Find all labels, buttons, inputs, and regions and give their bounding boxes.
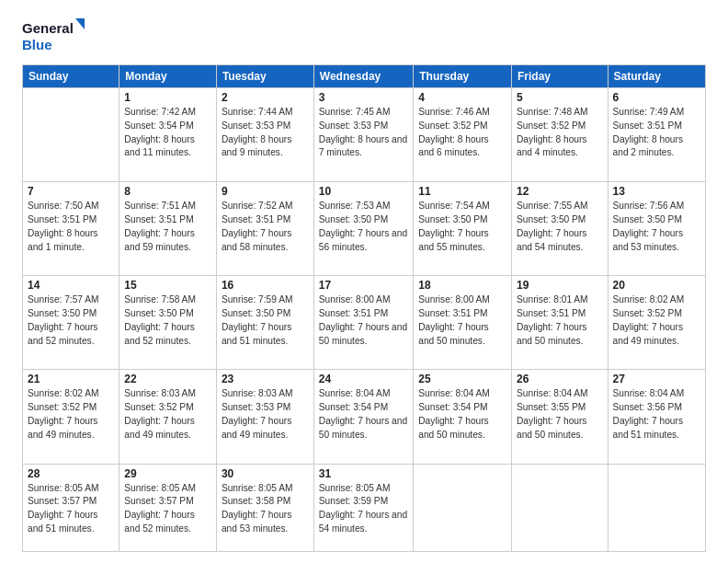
day-number: 3 [319,91,408,104]
week-row-4: 21Sunrise: 8:02 AMSunset: 3:52 PMDayligh… [23,370,706,464]
day-header-sunday: Sunday [23,65,119,88]
day-number: 19 [517,279,603,292]
calendar-cell [414,464,512,551]
logo: General Blue [22,17,86,57]
day-number: 31 [319,467,408,480]
svg-marker-1 [75,18,85,29]
day-info: Sunrise: 7:49 AMSunset: 3:51 PMDaylight:… [613,106,700,160]
day-header-saturday: Saturday [608,65,705,88]
header: General Blue [22,17,706,57]
day-info: Sunrise: 8:02 AMSunset: 3:52 PMDaylight:… [613,293,700,348]
day-info: Sunrise: 8:03 AMSunset: 3:52 PMDaylight:… [124,387,211,442]
day-info: Sunrise: 7:53 AMSunset: 3:50 PMDaylight:… [319,200,408,254]
calendar-cell [512,464,609,551]
day-info: Sunrise: 7:42 AMSunset: 3:54 PMDaylight:… [124,106,211,160]
day-info: Sunrise: 7:55 AMSunset: 3:50 PMDaylight:… [517,200,603,254]
calendar-cell: 16Sunrise: 7:59 AMSunset: 3:50 PMDayligh… [216,276,313,370]
day-header-tuesday: Tuesday [216,65,313,88]
day-info: Sunrise: 7:51 AMSunset: 3:51 PMDaylight:… [124,200,211,254]
day-info: Sunrise: 7:58 AMSunset: 3:50 PMDaylight:… [124,293,211,348]
day-number: 9 [222,185,309,198]
day-info: Sunrise: 7:48 AMSunset: 3:52 PMDaylight:… [517,106,603,160]
day-of-week-row: SundayMondayTuesdayWednesdayThursdayFrid… [23,65,706,88]
calendar-cell: 11Sunrise: 7:54 AMSunset: 3:50 PMDayligh… [414,182,512,276]
calendar-body: 1Sunrise: 7:42 AMSunset: 3:54 PMDaylight… [23,88,706,552]
day-number: 30 [222,467,309,480]
page: General Blue SundayMondayTuesdayWednesda… [0,0,728,563]
day-header-friday: Friday [512,65,609,88]
calendar-cell: 26Sunrise: 8:04 AMSunset: 3:55 PMDayligh… [512,370,609,464]
day-info: Sunrise: 7:57 AMSunset: 3:50 PMDaylight:… [28,293,114,348]
logo-svg: General Blue [22,17,86,57]
calendar-cell: 6Sunrise: 7:49 AMSunset: 3:51 PMDaylight… [608,88,705,182]
calendar-cell: 2Sunrise: 7:44 AMSunset: 3:53 PMDaylight… [216,88,313,182]
day-info: Sunrise: 8:00 AMSunset: 3:51 PMDaylight:… [418,293,506,348]
day-number: 18 [418,279,506,292]
day-number: 22 [124,373,211,385]
day-number: 25 [418,373,506,385]
svg-text:General: General [22,20,74,36]
week-row-1: 1Sunrise: 7:42 AMSunset: 3:54 PMDaylight… [23,88,706,182]
week-row-2: 7Sunrise: 7:50 AMSunset: 3:51 PMDaylight… [23,182,706,276]
day-number: 17 [319,279,408,292]
calendar-cell: 3Sunrise: 7:45 AMSunset: 3:53 PMDaylight… [313,88,413,182]
day-number: 6 [613,91,700,104]
day-number: 26 [517,373,603,385]
day-info: Sunrise: 8:00 AMSunset: 3:51 PMDaylight:… [319,293,408,348]
day-info: Sunrise: 7:50 AMSunset: 3:51 PMDaylight:… [28,200,114,254]
calendar-cell: 8Sunrise: 7:51 AMSunset: 3:51 PMDaylight… [119,182,217,276]
calendar-cell: 4Sunrise: 7:46 AMSunset: 3:52 PMDaylight… [414,88,512,182]
day-info: Sunrise: 7:56 AMSunset: 3:50 PMDaylight:… [613,200,700,254]
calendar-cell: 28Sunrise: 8:05 AMSunset: 3:57 PMDayligh… [23,464,119,551]
day-info: Sunrise: 8:04 AMSunset: 3:56 PMDaylight:… [613,387,700,442]
day-info: Sunrise: 7:54 AMSunset: 3:50 PMDaylight:… [418,200,506,254]
day-number: 23 [222,373,309,385]
calendar-cell: 10Sunrise: 7:53 AMSunset: 3:50 PMDayligh… [313,182,413,276]
calendar-cell: 21Sunrise: 8:02 AMSunset: 3:52 PMDayligh… [23,370,119,464]
day-info: Sunrise: 8:04 AMSunset: 3:54 PMDaylight:… [418,387,506,442]
day-number: 13 [613,185,700,198]
calendar-cell: 23Sunrise: 8:03 AMSunset: 3:53 PMDayligh… [216,370,313,464]
calendar-cell: 5Sunrise: 7:48 AMSunset: 3:52 PMDaylight… [512,88,609,182]
day-info: Sunrise: 8:04 AMSunset: 3:55 PMDaylight:… [517,387,603,442]
day-info: Sunrise: 7:46 AMSunset: 3:52 PMDaylight:… [418,106,506,160]
day-number: 11 [418,185,506,198]
day-number: 2 [222,91,309,104]
day-info: Sunrise: 7:59 AMSunset: 3:50 PMDaylight:… [222,293,309,348]
day-info: Sunrise: 8:02 AMSunset: 3:52 PMDaylight:… [28,387,114,442]
calendar-table: SundayMondayTuesdayWednesdayThursdayFrid… [22,64,706,552]
day-number: 24 [319,373,408,385]
week-row-5: 28Sunrise: 8:05 AMSunset: 3:57 PMDayligh… [23,464,706,551]
day-info: Sunrise: 8:01 AMSunset: 3:51 PMDaylight:… [517,293,603,348]
calendar-cell: 17Sunrise: 8:00 AMSunset: 3:51 PMDayligh… [313,276,413,370]
day-number: 16 [222,279,309,292]
calendar-cell: 14Sunrise: 7:57 AMSunset: 3:50 PMDayligh… [23,276,119,370]
day-info: Sunrise: 8:03 AMSunset: 3:53 PMDaylight:… [222,387,309,442]
day-header-thursday: Thursday [414,65,512,88]
day-number: 1 [124,91,211,104]
day-info: Sunrise: 7:44 AMSunset: 3:53 PMDaylight:… [222,106,309,160]
day-header-wednesday: Wednesday [313,65,413,88]
calendar-cell: 27Sunrise: 8:04 AMSunset: 3:56 PMDayligh… [608,370,705,464]
day-number: 12 [517,185,603,198]
day-number: 7 [28,185,114,198]
day-info: Sunrise: 8:05 AMSunset: 3:58 PMDaylight:… [222,482,309,536]
day-number: 29 [124,467,211,480]
day-info: Sunrise: 8:05 AMSunset: 3:57 PMDaylight:… [124,482,211,536]
calendar-cell [608,464,705,551]
day-header-monday: Monday [119,65,217,88]
day-number: 10 [319,185,408,198]
day-number: 5 [517,91,603,104]
day-number: 4 [418,91,506,104]
calendar-cell: 15Sunrise: 7:58 AMSunset: 3:50 PMDayligh… [119,276,217,370]
day-number: 15 [124,279,211,292]
calendar-cell: 25Sunrise: 8:04 AMSunset: 3:54 PMDayligh… [414,370,512,464]
calendar-cell: 18Sunrise: 8:00 AMSunset: 3:51 PMDayligh… [414,276,512,370]
calendar-cell: 7Sunrise: 7:50 AMSunset: 3:51 PMDaylight… [23,182,119,276]
calendar-cell [23,88,119,182]
calendar-cell: 20Sunrise: 8:02 AMSunset: 3:52 PMDayligh… [608,276,705,370]
calendar-cell: 22Sunrise: 8:03 AMSunset: 3:52 PMDayligh… [119,370,217,464]
day-info: Sunrise: 8:04 AMSunset: 3:54 PMDaylight:… [319,387,408,442]
svg-text:Blue: Blue [22,37,52,52]
calendar-cell: 9Sunrise: 7:52 AMSunset: 3:51 PMDaylight… [216,182,313,276]
